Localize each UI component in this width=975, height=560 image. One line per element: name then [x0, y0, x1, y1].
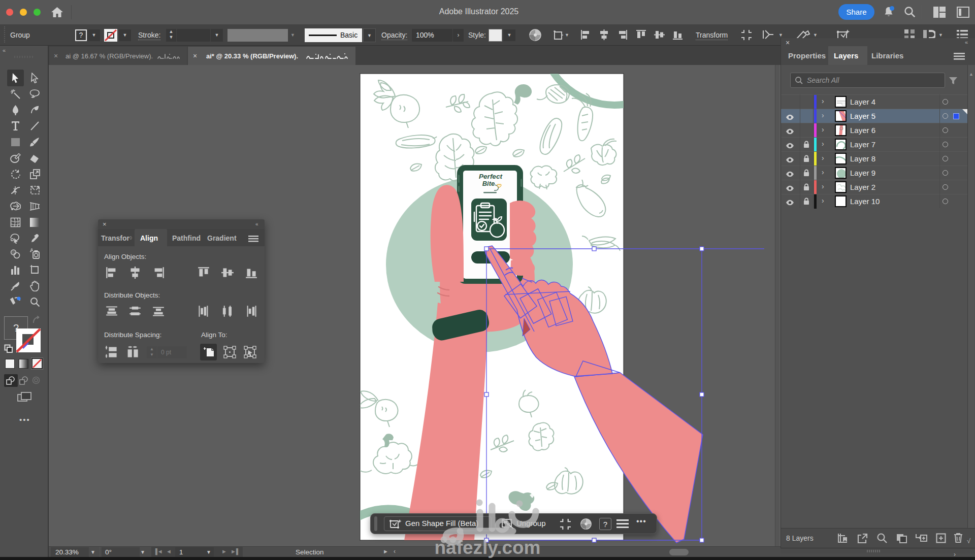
- svg-text:Perfect: Perfect: [479, 173, 502, 180]
- svg-text:Bite: Bite: [482, 180, 495, 187]
